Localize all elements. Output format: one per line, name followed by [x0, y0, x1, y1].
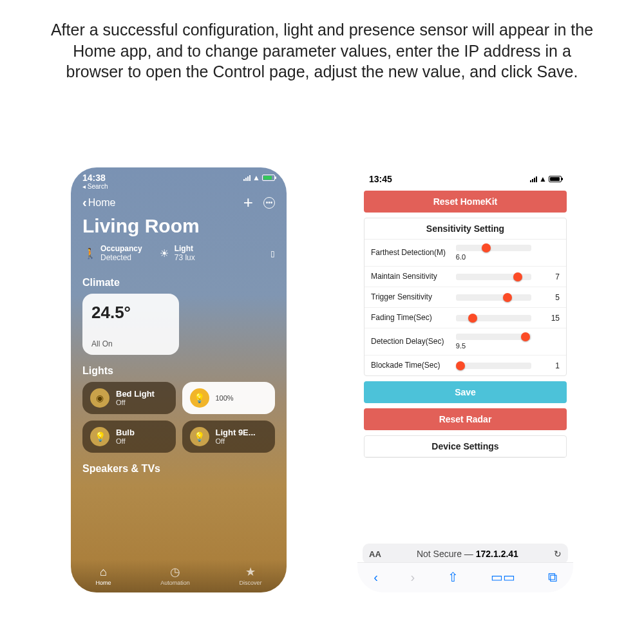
tab-label: Discover — [240, 580, 262, 586]
tabs-icon[interactable]: ⧉ — [548, 570, 557, 585]
speakers-section-label: Speakers & TVs — [71, 453, 287, 480]
status-bar: 14:38 ▲ — [71, 167, 287, 183]
occupancy-value: Detected — [100, 254, 142, 263]
row-label: Detection Delay(Sec) — [371, 337, 450, 346]
sensor-battery-icon: ▯ — [270, 249, 275, 258]
safari-toolbar: ‹ › ⇧ ▭▭ ⧉ — [357, 562, 573, 592]
status-bar: 13:45 ▲ — [357, 167, 573, 187]
home-app-screenshot: 14:38 ▲ ◂ Search ‹ Home + ••• Living Roo… — [71, 167, 287, 592]
slider-maintain-sensitivity[interactable] — [456, 274, 531, 280]
walk-icon: 🚶 — [85, 249, 95, 259]
status-time: 14:38 — [82, 173, 106, 183]
bulb-icon: 💡 — [190, 427, 209, 446]
light-state: Off — [116, 399, 155, 406]
row-farthest-detection: Farthest Detection(M) 6.0 — [365, 240, 566, 267]
tab-discover[interactable]: ★ Discover — [240, 565, 262, 586]
save-button[interactable]: Save — [364, 381, 567, 403]
light-state: Off — [116, 437, 135, 445]
light-tile-bulb[interactable]: 💡 Bulb Off — [82, 421, 176, 453]
slider-value-below: 9.5 — [456, 342, 531, 350]
row-fading-time: Fading Time(Sec) 15 — [365, 308, 566, 328]
light-sensor[interactable]: ☀ Light 73 lux — [159, 245, 195, 263]
back-to-search[interactable]: ◂ Search — [71, 183, 287, 191]
climate-status: All On — [91, 339, 170, 348]
clock-icon: ◷ — [160, 565, 190, 579]
slider-trigger-sensitivity[interactable] — [456, 294, 531, 301]
slider-value-below: 6.0 — [456, 253, 531, 261]
reload-icon[interactable]: ↻ — [554, 549, 562, 559]
occupancy-sensor[interactable]: 🚶 Occupancy Detected — [85, 245, 142, 263]
light-value: 73 lux — [175, 254, 195, 263]
safari-url-bar[interactable]: AA Not Secure — 172.1.2.41 ↻ — [363, 544, 568, 564]
tab-home[interactable]: ⌂ Home — [95, 565, 111, 586]
signal-icon — [530, 176, 537, 182]
row-label: Fading Time(Sec) — [371, 313, 450, 323]
light-name: Bed Light — [116, 389, 155, 399]
bulb-icon: 💡 — [190, 388, 209, 408]
status-time: 13:45 — [369, 174, 392, 184]
tab-label: Home — [95, 580, 111, 586]
lamp-icon: ◉ — [90, 388, 109, 408]
light-state: 100% — [216, 394, 234, 402]
light-state: Off — [216, 437, 256, 445]
more-button[interactable]: ••• — [263, 197, 275, 209]
row-blockade-time: Blockade Time(Sec) 1 — [365, 355, 566, 375]
light-tile-bed-light[interactable]: ◉ Bed Light Off — [82, 382, 176, 414]
row-label: Blockade Time(Sec) — [371, 361, 450, 370]
row-label: Maintain Sensitivity — [371, 272, 450, 281]
url-ip: 172.1.2.41 — [476, 549, 518, 559]
light-tile-light9e[interactable]: 💡 Light 9E... Off — [182, 421, 276, 453]
nav-back-home[interactable]: ‹ Home — [82, 195, 115, 210]
climate-card[interactable]: 24.5° All On — [82, 294, 179, 355]
row-value: 1 — [537, 361, 560, 370]
lights-grid: ◉ Bed Light Off 💡 100% 💡 Bulb Off — [71, 382, 287, 453]
share-icon[interactable]: ⇧ — [448, 569, 459, 585]
climate-temp: 24.5° — [91, 303, 170, 323]
tab-bar: ⌂ Home ◷ Automation ★ Discover — [71, 560, 287, 592]
row-trigger-sensitivity: Trigger Sensitivity 5 — [365, 287, 566, 308]
device-settings-title: Device Settings — [365, 436, 566, 457]
row-value: 7 — [537, 272, 560, 281]
room-title: Living Room — [71, 213, 287, 242]
sun-icon: ☀ — [159, 249, 169, 259]
reset-radar-button[interactable]: Reset Radar — [364, 408, 567, 430]
status-icons: ▲ — [530, 175, 562, 184]
text-size-button[interactable]: AA — [369, 549, 381, 559]
control-page-screenshot: 13:45 ▲ Reset HomeKit Sensitivity Settin… — [357, 167, 573, 592]
slider-fading-time[interactable] — [456, 315, 531, 321]
tab-label: Automation — [160, 580, 190, 586]
lights-section-label: Lights — [71, 355, 287, 382]
row-value: 15 — [537, 314, 560, 323]
instruction-text: After a successful configuration, light … — [45, 19, 599, 82]
nav-back-icon[interactable]: ‹ — [374, 570, 378, 585]
signal-icon — [243, 175, 251, 181]
light-tile-on[interactable]: 💡 100% — [182, 382, 276, 414]
climate-section-label: Climate — [71, 267, 287, 294]
row-label: Trigger Sensitivity — [371, 292, 450, 302]
light-name: Bulb — [116, 428, 135, 437]
bookmarks-icon[interactable]: ▭▭ — [491, 569, 515, 585]
add-button[interactable]: + — [243, 193, 253, 213]
status-icons: ▲ — [243, 173, 275, 182]
url-text: Not Secure — 172.1.2.41 — [386, 549, 549, 559]
occupancy-label: Occupancy — [100, 245, 142, 254]
sensitivity-panel: Sensitivity Setting Farthest Detection(M… — [364, 218, 567, 376]
row-maintain-sensitivity: Maintain Sensitivity 7 — [365, 267, 566, 287]
row-detection-delay: Detection Delay(Sec) 9.5 — [365, 328, 566, 355]
reset-homekit-button[interactable]: Reset HomeKit — [364, 191, 567, 213]
wifi-icon: ▲ — [252, 173, 260, 182]
wifi-icon: ▲ — [539, 175, 547, 184]
nav-forward-icon[interactable]: › — [410, 570, 415, 585]
light-name: Light 9E... — [216, 428, 256, 437]
chevron-left-icon: ‹ — [82, 195, 87, 210]
row-label: Farthest Detection(M) — [371, 248, 450, 258]
star-icon: ★ — [240, 565, 262, 579]
device-settings-panel: Device Settings — [364, 435, 567, 458]
slider-blockade-time[interactable] — [456, 363, 531, 369]
not-secure-label: Not Secure — — [417, 549, 476, 559]
battery-icon — [262, 175, 275, 181]
battery-icon — [549, 176, 562, 182]
tab-automation[interactable]: ◷ Automation — [160, 565, 190, 586]
slider-farthest-detection[interactable]: 6.0 — [456, 245, 531, 261]
slider-detection-delay[interactable]: 9.5 — [456, 334, 531, 350]
